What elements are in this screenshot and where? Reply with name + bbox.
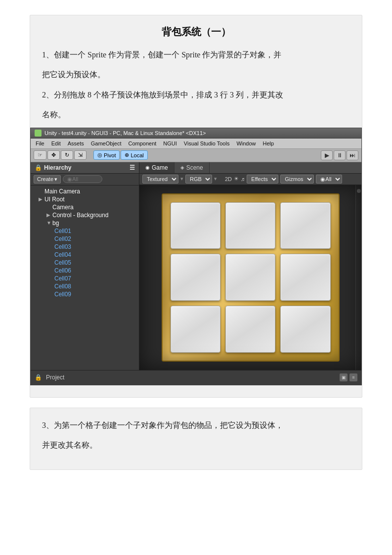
tree-label-main-camera: Main Camera (44, 188, 80, 195)
tree-label-camera: Camera (52, 204, 74, 211)
hierarchy-tree: Main Camera ▶ UI Root (31, 185, 139, 370)
transform-tools: ☞ ✥ ↻ ⇲ (34, 150, 87, 160)
tree-item-cell07[interactable]: Cell07 (31, 275, 139, 282)
game-scene (139, 185, 361, 370)
menu-file[interactable]: File (33, 139, 47, 147)
scale-tool[interactable]: ⇲ (74, 150, 87, 160)
section2-para1: 2、分别拖放 8 个格子预设体拖放到场景中，排成 3 行 3 列，并更其改 (42, 88, 350, 102)
tab-game[interactable]: ◉ Game (139, 162, 174, 173)
inventory-cell-9 (280, 306, 330, 353)
tree-item-control-bg[interactable]: ▶ Control - Background (31, 211, 139, 219)
hand-tool[interactable]: ☞ (34, 150, 46, 160)
textured-select[interactable]: Textured (142, 175, 178, 184)
inventory-cell-7 (171, 306, 220, 353)
play-button[interactable]: ▶ (321, 150, 333, 160)
local-icon: ⊕ (125, 152, 129, 158)
inventory-cell-5 (225, 254, 275, 301)
2d-label: 2D (225, 176, 232, 182)
tree-label-control-bg: Control - Background (52, 212, 108, 219)
step-button[interactable]: ⏭ (347, 150, 358, 160)
hierarchy-panel: 🔒 Hierarchy ☰ Create ▾ (31, 162, 139, 370)
tree-label-cell01: Cell01 (54, 228, 71, 234)
inventory-cell-4 (171, 254, 220, 301)
tree-label-cell08: Cell08 (54, 283, 71, 290)
hierarchy-search[interactable] (63, 175, 102, 183)
tree-label-cell03: Cell03 (54, 243, 71, 250)
section3-para2: 并更改其名称。 (42, 438, 350, 453)
tree-item-cell04[interactable]: Cell04 (31, 251, 139, 259)
transport-controls: ▶ ⏸ ⏭ (321, 150, 358, 160)
tree-label-cell05: Cell05 (54, 259, 71, 266)
inventory-cell-3 (280, 202, 330, 249)
game-tab-icon: ◉ (145, 165, 150, 170)
unity-main-area: 🔒 Hierarchy ☰ Create ▾ (31, 162, 361, 370)
inventory-cell-1 (171, 202, 220, 249)
unity-window: Unity - test4.unity - NGUI3 - PC, Mac & … (30, 128, 362, 385)
menu-gameobject[interactable]: GameObject (88, 139, 125, 147)
move-tool[interactable]: ✥ (47, 150, 60, 160)
unity-toolbar: ☞ ✥ ↻ ⇲ ◎ Pivot ⊕ Local (31, 149, 361, 162)
all-select[interactable]: ◉All (316, 175, 342, 184)
effects-select[interactable]: Effects (247, 175, 278, 184)
create-button[interactable]: Create ▾ (34, 175, 61, 184)
menu-assets[interactable]: Assets (65, 139, 87, 147)
tree-item-main-camera[interactable]: Main Camera (31, 187, 139, 195)
tree-item-cell06[interactable]: Cell06 (31, 267, 139, 275)
tree-label-cell04: Cell04 (54, 251, 71, 258)
menu-ngui[interactable]: NGUI (160, 139, 180, 147)
pause-button[interactable]: ⏸ (334, 150, 346, 160)
tree-item-cell03[interactable]: Cell03 (31, 243, 139, 251)
unity-title-text: Unity - test4.unity - NGUI3 - PC, Mac & … (44, 130, 206, 136)
gizmos-select[interactable]: Gizmos (280, 175, 314, 184)
tree-item-cell01[interactable]: Cell01 (31, 227, 139, 235)
tree-item-bg[interactable]: ▼ bg (31, 219, 139, 227)
section3-para1: 3、为第一个格子创建一个子对象作为背包的物品，把它设为预设体， (42, 418, 350, 433)
tree-item-ui-root[interactable]: ▶ UI Root (31, 195, 139, 203)
scene-tab-icon: ◈ (180, 165, 184, 170)
tree-item-cell05[interactable]: Cell05 (31, 259, 139, 267)
tree-item-cell09[interactable]: Cell09 (31, 290, 139, 298)
menu-edit[interactable]: Edit (48, 139, 64, 147)
project-panel: 🔒 Project ▣ ≡ (31, 370, 361, 385)
tree-item-cell08[interactable]: Cell08 (31, 282, 139, 290)
tree-label-cell09: Cell09 (54, 291, 71, 298)
menu-help[interactable]: Help (260, 139, 277, 147)
pivot-group: ◎ Pivot ⊕ Local (93, 150, 148, 160)
tree-label-cell07: Cell07 (54, 275, 71, 282)
hierarchy-title: Hierarchy (44, 164, 71, 171)
section2-para2: 名称。 (42, 107, 350, 122)
create-arrow-icon: ▾ (54, 176, 57, 183)
panel-icon-1[interactable]: ▣ (340, 373, 348, 381)
sun-icon: ☀ (234, 176, 239, 182)
game-viewport (139, 185, 361, 370)
view-toolbar: Textured ▾ RGB ▾ 2D ☀ ♬ Effects (139, 174, 361, 185)
panel-icon-2[interactable]: ≡ (349, 373, 357, 381)
menu-vstudio[interactable]: Visual Studio Tools (181, 139, 233, 147)
lock-icon-project: 🔒 (35, 374, 42, 381)
pivot-button[interactable]: ◎ Pivot (93, 150, 120, 160)
pivot-icon: ◎ (97, 152, 102, 158)
page-wrapper: 背包系统（一） 1、创建一个 Sprite 作为背景，创建一个 Sprite 作… (0, 0, 392, 485)
tree-item-cell02[interactable]: Cell02 (31, 235, 139, 243)
rotate-tool[interactable]: ↻ (61, 150, 73, 160)
tab-scene[interactable]: ◈ Scene (174, 162, 210, 173)
tree-item-camera[interactable]: Camera (31, 203, 139, 211)
local-button[interactable]: ⊕ Local (121, 150, 147, 160)
inventory-cell-8 (225, 306, 275, 353)
content-card-1: 背包系统（一） 1、创建一个 Sprite 作为背景，创建一个 Sprite 作… (30, 15, 362, 398)
inventory-cell-6 (280, 254, 330, 301)
unity-titlebar: Unity - test4.unity - NGUI3 - PC, Mac & … (31, 128, 361, 139)
game-view: ◉ Game ◈ Scene Textured ▾ (139, 162, 361, 370)
hierarchy-menu-icon[interactable]: ☰ (130, 164, 135, 171)
view-tabs: ◉ Game ◈ Scene (139, 162, 361, 174)
unity-icon (35, 130, 42, 137)
rgb-select[interactable]: RGB (185, 175, 212, 184)
inventory-cell-2 (225, 202, 275, 249)
section-divider (30, 398, 362, 408)
menu-component[interactable]: Component (125, 139, 159, 147)
tree-label-cell06: Cell06 (54, 267, 71, 274)
lock-icon: 🔒 (35, 164, 42, 171)
tree-label-ui-root: UI Root (44, 196, 65, 203)
menu-window[interactable]: Window (233, 139, 259, 147)
content-card-2: 3、为第一个格子创建一个子对象作为背包的物品，把它设为预设体， 并更改其名称。 (30, 408, 362, 470)
